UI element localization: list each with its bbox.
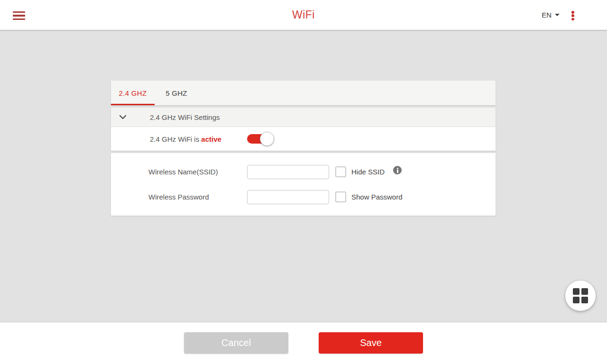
show-password-checkbox[interactable] [335, 191, 346, 202]
cancel-button[interactable]: Cancel [184, 332, 288, 354]
wireless-form-card: Wireless Name(SSID) Hide SSID Wireless P… [111, 153, 496, 216]
ssid-input[interactable] [247, 165, 329, 179]
wifi-status-row: 2.4 GHz WiFi is active [111, 127, 496, 151]
accordion-wifi-settings[interactable]: 2.4 GHz WiFi Settings [111, 108, 496, 127]
chevron-down-icon [555, 14, 560, 16]
grid-icon [573, 288, 588, 303]
tab-2-4-ghz[interactable]: 2.4 GHZ [111, 81, 155, 105]
band-tabbar: 2.4 GHZ 5 GHZ [111, 81, 496, 105]
show-password-label: Show Password [351, 193, 403, 201]
info-icon[interactable] [393, 166, 402, 174]
language-selector[interactable]: EN [542, 11, 560, 19]
wifi-status-text: 2.4 GHz WiFi is active [150, 135, 221, 143]
password-input[interactable] [247, 190, 329, 204]
content-area: Manage Wireless Settings 2.4 GHZ 5 GHZ 2… [0, 30, 607, 322]
chevron-down-icon [120, 115, 126, 119]
password-row: Wireless Password Show Password [111, 190, 496, 204]
ssid-label: Wireless Name(SSID) [148, 168, 218, 176]
action-footer: Cancel Save [0, 323, 607, 364]
quick-menu-fab[interactable] [565, 281, 596, 311]
language-label: EN [542, 11, 552, 19]
wifi-settings-screen: WiFi EN Manage Wireless Settings 2.4 GHZ… [0, 0, 607, 364]
app-header: WiFi EN [0, 0, 607, 30]
ssid-row: Wireless Name(SSID) Hide SSID [111, 165, 496, 179]
accordion-title: 2.4 GHz WiFi Settings [150, 113, 220, 121]
tab-5-ghz[interactable]: 5 GHZ [155, 81, 198, 105]
save-button[interactable]: Save [319, 332, 423, 354]
wifi-status-state: active [201, 135, 221, 143]
wifi-status-prefix: 2.4 GHz WiFi is [150, 135, 201, 143]
password-label: Wireless Password [148, 193, 209, 201]
page-title: WiFi [0, 9, 607, 21]
hide-ssid-checkbox[interactable] [335, 166, 346, 177]
hide-ssid-label: Hide SSID [351, 168, 385, 176]
toggle-knob [260, 132, 274, 146]
kebab-menu-icon[interactable] [569, 11, 577, 20]
wifi-toggle[interactable] [247, 132, 274, 146]
